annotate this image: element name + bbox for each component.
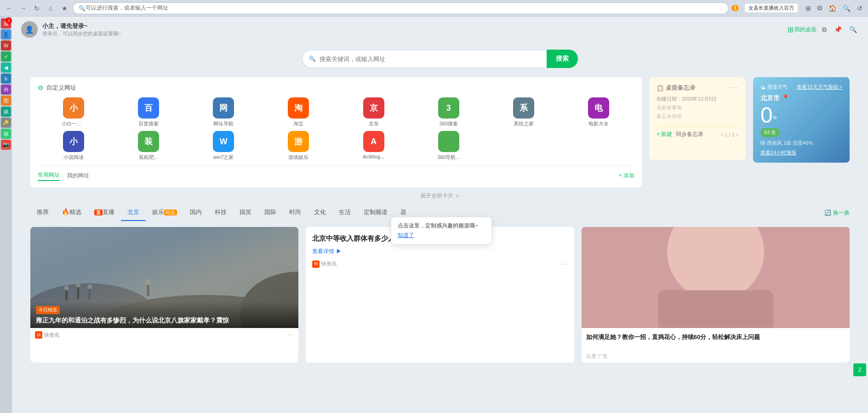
home-button[interactable]: ⌂ — [45, 3, 56, 14]
layout-button[interactable]: ⊞ — [804, 4, 813, 13]
expand-cards-button[interactable]: 展开全部卡片 ∨ — [420, 192, 459, 200]
tooltip-link[interactable]: 知道了 — [398, 232, 414, 238]
quick-icon-item-3[interactable]: 淘 淘宝 — [263, 97, 334, 127]
news-source-row-3: 如何满足她？教你一招，直捣花心，持续60分，轻松解决床上问题 — [582, 328, 850, 350]
tab-label-12: 定制频道 — [364, 208, 388, 216]
tabs-row: 常用网址 我的网址 + 添加 — [38, 165, 634, 181]
profile-bar: 👤 小主，请先登录~ 登录后，可以同步您的桌面设置哦~ ⊞ 我的桌面 ⧉ 📌 🔍 — [12, 17, 868, 42]
news-tab-11[interactable]: 生活 — [332, 204, 357, 221]
sidebar-app-4[interactable]: ◀ — [1, 62, 11, 73]
svg-rect-6 — [89, 288, 91, 300]
memo-prev-button[interactable]: ‹ — [721, 131, 723, 138]
search-top-button[interactable]: 🔍 — [841, 4, 852, 13]
news-source-2: 快 快资讯 ··· — [312, 260, 567, 268]
news-title-1: 雍正九年的和通泊之战有多惨烈，为什么说北京八旗家家戴孝？震惊 — [36, 316, 293, 325]
news-source-row-1: 快 快资讯 ··· — [30, 328, 298, 342]
news-ticker[interactable]: 女县长直播收入百万 — [745, 4, 798, 12]
news-tab-3[interactable]: 北京 — [121, 204, 146, 221]
news-tab-10[interactable]: 文化 — [308, 204, 332, 221]
news-tab-5[interactable]: 国内 — [183, 204, 208, 221]
refresh-label: 换一换 — [833, 209, 850, 217]
news-tab-9[interactable]: 时尚 — [283, 204, 308, 221]
bookmark-button[interactable]: ★ — [59, 3, 70, 14]
search-input[interactable] — [320, 56, 540, 62]
news-tab-1[interactable]: 🔥精选 — [55, 204, 88, 221]
quick-icon-item-12[interactable]: A AcWing... — [338, 131, 409, 161]
search-input-wrap[interactable]: 🔍 — [302, 50, 547, 68]
sidebar-app-1[interactable]: 👤 — [1, 29, 11, 40]
tab-label-13: 器 — [400, 208, 406, 216]
sidebar-app-11[interactable]: 📷 — [1, 140, 11, 150]
news-dots-1[interactable]: ··· — [288, 331, 294, 339]
news-card-1[interactable]: 今日精选 雍正九年的和通泊之战有多惨烈，为什么说北京八旗家家戴孝？震惊 快 快资… — [30, 227, 298, 362]
quick-icon-label-7: 电影大全 — [588, 120, 609, 127]
search-button[interactable]: 搜索 — [547, 50, 578, 68]
news-tab-6[interactable]: 科技 — [208, 204, 233, 221]
quick-icon-item-5[interactable]: 3 360搜索 — [413, 97, 484, 127]
sidebar-app-10[interactable]: 旅 — [1, 129, 11, 139]
sidebar-app-8[interactable]: 娱 — [1, 107, 11, 117]
quick-icon-item-2[interactable]: 网 网址导航 — [188, 97, 259, 127]
memo-next-button[interactable]: › — [737, 131, 738, 138]
weather-city: 北京市 📍 — [760, 94, 842, 102]
address-bar[interactable]: 🔍 可以进行搜索，或者输入一个网址 — [73, 2, 729, 14]
sidebar-app-3[interactable]: ✓ — [1, 51, 11, 62]
news-card-2[interactable]: 北京中等收入群体有多少人？市委改革办给出数据 查看详情 ▶ 快 快资讯 ··· — [306, 227, 574, 362]
quick-icon-item-8[interactable]: 小 小说阅读 — [38, 131, 109, 161]
quick-icon-item-13[interactable]: 360导航... — [413, 131, 484, 161]
quick-icon-item-7[interactable]: 电 电影大全 — [563, 97, 634, 127]
sidebar-app-6[interactable]: 外 — [1, 85, 11, 95]
news-tab-7[interactable]: 搞笑 — [233, 204, 258, 221]
refresh-button[interactable]: ↻ — [31, 3, 42, 14]
quick-icon-item-0[interactable]: 小 小白一键... — [38, 97, 109, 127]
quick-icon-item-6[interactable]: 系 系统之家 — [488, 97, 560, 127]
grid-icon: ⊞ — [788, 25, 794, 34]
weather-24h-button[interactable]: 查看24小时预报 — [760, 149, 842, 156]
view-toggle-button[interactable]: ⧉ — [820, 25, 828, 34]
forward-button[interactable]: → — [17, 3, 29, 14]
float-btn-1[interactable]: 2 — [853, 363, 866, 376]
sidebar-app-7[interactable]: 图 — [1, 96, 11, 106]
news-img-overlay-1: 今日精选 雍正九年的和通泊之战有多惨烈，为什么说北京八旗家家戴孝？震惊 — [30, 301, 298, 328]
my-desktop-button[interactable]: ⊞ 我的桌面 — [788, 25, 817, 34]
back-button[interactable]: ← — [4, 3, 15, 14]
tab-my-urls[interactable]: 我的网址 — [67, 171, 89, 181]
avatar[interactable]: 👤 — [21, 21, 38, 38]
news-refresh-button[interactable]: 🔄换一换 — [824, 209, 850, 217]
tooltip-popup: 点击这里，定制感兴趣的频道哦~ 知道了 — [391, 217, 492, 244]
news-view-btn-2[interactable]: 查看详情 ▶ — [312, 248, 567, 255]
main-content: 👤 小主，请先登录~ 登录后，可以同步您的桌面设置哦~ ⊞ 我的桌面 ⧉ 📌 🔍… — [12, 17, 868, 362]
quick-icons-grid: 小 小白一键... 百 百度搜索 网 网址导航 淘 淘宝 京 京东 3 360搜… — [38, 97, 634, 161]
weather-forecast-button[interactable]: 查看15天天气预报 > — [797, 84, 842, 91]
news-tab-4[interactable]: 娱乐吃瓜 — [146, 204, 183, 221]
news-dots-2[interactable]: ··· — [561, 260, 567, 268]
quick-icon-item-10[interactable]: W win7之家 — [188, 131, 259, 161]
news-card-3[interactable]: 如何满足她？教你一招，直捣花心，持续60分，轻松解决床上问题 众度 广告 — [582, 227, 850, 362]
quick-icon-item-11[interactable]: 游 游戏娱乐 — [263, 131, 334, 161]
news-tab-2[interactable]: 直直播 — [88, 204, 121, 221]
news-tab-12[interactable]: 定制频道 — [357, 204, 394, 221]
sidebar-app-5[interactable]: b — [1, 74, 11, 84]
quick-icon-item-9[interactable]: 装 装机吧... — [113, 131, 184, 161]
memo-new-button[interactable]: + 新建 — [657, 130, 672, 138]
memo-dots-button[interactable]: ··· — [730, 84, 738, 92]
quick-icon-item-4[interactable]: 京 京东 — [338, 97, 409, 127]
quick-icon-item-1[interactable]: 百 百度搜索 — [113, 97, 184, 127]
news-tab-8[interactable]: 国际 — [258, 204, 283, 221]
pin-button[interactable]: 📌 — [832, 25, 844, 34]
news-tag-1: 今日精选 — [36, 306, 60, 314]
sidebar-app-9[interactable]: 🔑 — [1, 118, 11, 128]
tab-label-4: 娱乐吃瓜 — [152, 208, 177, 216]
memo-sync-button[interactable]: 同步备忘录 — [676, 130, 703, 138]
sidebar-app-2[interactable]: W — [1, 40, 11, 51]
sidebar-app-0[interactable]: 微3 — [1, 18, 11, 28]
desktop-home-button[interactable]: 🏠 — [827, 4, 838, 13]
add-link-button[interactable]: + 添加 — [619, 172, 634, 180]
window-button[interactable]: ⧉ — [816, 3, 824, 13]
svg-point-7 — [64, 286, 69, 290]
svg-point-8 — [76, 283, 80, 287]
news-tab-0[interactable]: 推荐 — [30, 204, 55, 221]
undo-button[interactable]: ↺ — [855, 4, 864, 13]
tab-common-urls[interactable]: 常用网址 — [38, 170, 60, 181]
find-button[interactable]: 🔍 — [847, 25, 859, 34]
